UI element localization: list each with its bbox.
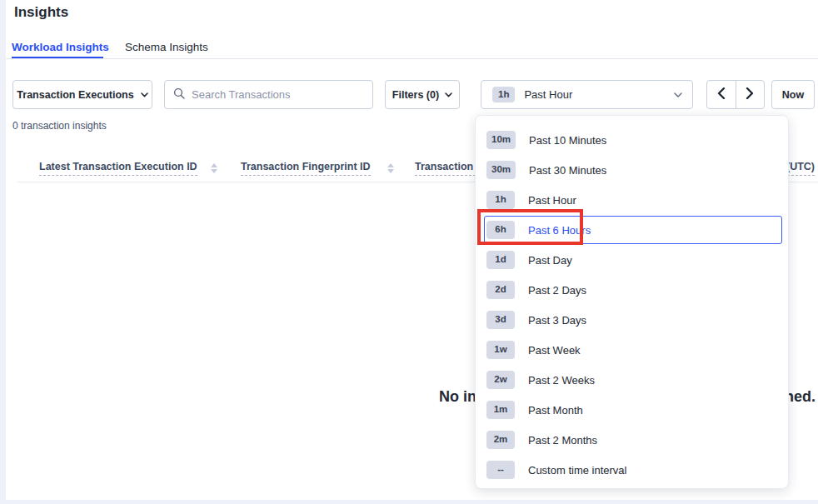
time-option-past-30-minutes[interactable]: 30m Past 30 Minutes	[476, 155, 788, 185]
time-badge: 1w	[486, 341, 515, 359]
time-badge: 10m	[486, 131, 516, 149]
time-badge: --	[486, 461, 515, 479]
sort-icon[interactable]	[387, 163, 394, 173]
tab-schema-insights[interactable]: Schema Insights	[125, 41, 208, 53]
time-interval-badge: 1h	[492, 87, 515, 103]
column-header-latest-transaction-execution-id[interactable]: Latest Transaction Execution ID	[39, 161, 197, 176]
time-option-custom-time-interval[interactable]: -- Custom time interval	[476, 455, 788, 485]
chevron-left-icon	[717, 87, 726, 102]
search-input[interactable]	[192, 88, 364, 101]
time-option-past-2-weeks[interactable]: 2w Past 2 Weeks	[476, 365, 788, 395]
next-interval-button[interactable]	[736, 81, 765, 108]
chevron-right-icon	[746, 87, 754, 102]
time-option-past-month[interactable]: 1m Past Month	[476, 395, 788, 425]
tab-workload-insights[interactable]: Workload Insights	[12, 41, 109, 53]
filters-button[interactable]: Filters (0)	[385, 80, 460, 109]
time-badge: 2m	[486, 431, 515, 449]
time-badge: 2w	[486, 371, 515, 389]
tabs-divider	[6, 58, 818, 59]
time-badge: 30m	[486, 161, 516, 179]
time-option-past-6-hours[interactable]: 6h Past 6 Hours	[476, 215, 788, 245]
time-badge: 2d	[486, 281, 515, 299]
time-option-past-10-minutes[interactable]: 10m Past 10 Minutes	[476, 125, 788, 155]
insights-count-summary: 0 transaction insights	[12, 120, 107, 132]
time-option-past-week[interactable]: 1w Past Week	[476, 335, 788, 365]
search-icon	[173, 87, 185, 102]
time-interval-trigger[interactable]: 1h Past Hour	[481, 80, 693, 109]
column-header-transaction-fingerprint-id[interactable]: Transaction Fingerprint ID	[241, 161, 371, 176]
chevron-down-icon	[674, 92, 681, 97]
time-badge: 1d	[486, 251, 515, 269]
time-badge: 3d	[486, 311, 515, 329]
time-badge: 1h	[486, 191, 515, 209]
chevron-down-icon	[141, 92, 148, 97]
previous-interval-button[interactable]	[707, 81, 736, 108]
filters-label: Filters (0)	[392, 89, 439, 101]
time-interval-dropdown: 10m Past 10 Minutes 30m Past 30 Minutes …	[475, 115, 789, 489]
execution-type-dropdown[interactable]: Transaction Executions	[12, 80, 152, 109]
execution-type-label: Transaction Executions	[17, 89, 133, 101]
time-option-past-day[interactable]: 1d Past Day	[476, 245, 788, 275]
time-interval-label: Past Hour	[524, 88, 572, 101]
time-badge: 6h	[486, 221, 515, 239]
now-button[interactable]: Now	[771, 80, 815, 109]
time-option-past-2-months[interactable]: 2m Past 2 Months	[476, 425, 788, 455]
chevron-down-icon	[445, 92, 452, 97]
time-option-past-3-days[interactable]: 3d Past 3 Days	[476, 305, 788, 335]
time-pager	[706, 80, 765, 109]
time-option-past-hour[interactable]: 1h Past Hour	[476, 185, 788, 215]
sort-icon[interactable]	[211, 163, 217, 173]
page-title: Insights	[14, 4, 68, 21]
search-transactions-box[interactable]	[164, 80, 373, 109]
now-label: Now	[782, 89, 804, 101]
time-badge: 1m	[486, 401, 515, 419]
insights-page: Insights Workload Insights Schema Insigh…	[0, 0, 818, 504]
time-option-past-2-days[interactable]: 2d Past 2 Days	[476, 275, 788, 305]
